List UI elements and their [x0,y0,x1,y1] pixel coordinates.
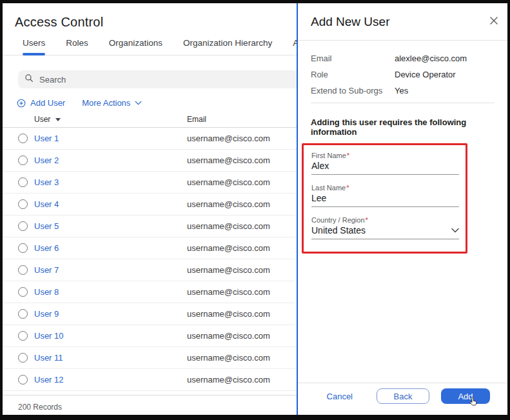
email-cell: username@cisco.com [187,221,297,231]
tab-organization-hierarchy[interactable]: Organization Hierarchy [183,38,272,55]
email-cell: username@cisco.com [187,265,297,275]
column-header-user[interactable]: User [34,115,187,124]
table-row: User 11 username@cisco.com [3,347,297,369]
tab-ap[interactable]: AP [293,38,297,55]
user-link[interactable]: User 10 [34,331,187,341]
table-row: User 8 username@cisco.com [3,281,297,303]
table-row: User 6 username@cisco.com [3,237,297,259]
table-row: User 2 username@cisco.com [3,150,297,172]
column-header-email: Email [187,115,297,124]
user-link[interactable]: User 4 [34,199,187,209]
highlighted-form-area: First Name* Last Name* C [302,143,467,254]
country-region-select[interactable]: United States [311,224,459,239]
tab-roles[interactable]: Roles [66,38,88,55]
country-region-value: United States [311,225,366,235]
table-row: User 4 username@cisco.com [3,194,297,215]
email-cell: username@cisco.com [187,353,297,363]
row-radio[interactable] [18,331,28,341]
app-window: Access Control Users Roles Organizations… [3,3,507,415]
summary-value: Yes [395,86,408,95]
user-link[interactable]: User 8 [34,287,187,297]
row-radio[interactable] [18,199,28,209]
country-region-label: Country / Region* [311,216,458,224]
row-radio[interactable] [18,221,28,231]
dialog-footer: Cancel Back Add [298,383,507,415]
first-name-input[interactable] [311,161,459,171]
dialog-title: Add New User [311,14,390,30]
records-count: 200 Records [3,395,297,412]
user-link[interactable]: User 11 [34,353,187,363]
summary-row-email: Email alexlee@cisco.com [311,54,495,63]
table-row: User 5 username@cisco.com [3,215,297,237]
hand-cursor-icon [468,397,478,407]
search-input[interactable] [39,75,290,85]
dialog-body: Email alexlee@cisco.com Role Device Oper… [298,41,507,383]
table-row: User 10 username@cisco.com [3,325,297,347]
row-radio[interactable] [18,309,28,319]
email-cell: username@cisco.com [187,375,297,385]
user-link[interactable]: User 1 [34,134,187,143]
email-cell: username@cisco.com [187,309,297,319]
divider [311,103,495,103]
tab-organizations[interactable]: Organizations [109,38,162,55]
summary-label: Extend to Sub-orgs [311,86,395,95]
more-actions-button[interactable]: More Actions [82,98,142,108]
table-header: User Email [3,111,297,128]
summary-label: Email [311,54,395,63]
add-user-label: Add User [30,98,65,108]
back-button[interactable]: Back [377,388,429,404]
user-link[interactable]: User 5 [34,221,187,231]
section-heading: Adding this user requires the following … [311,117,495,137]
access-control-panel: Access Control Users Roles Organizations… [3,3,297,415]
cancel-button[interactable]: Cancel [327,388,353,404]
last-name-input[interactable] [311,193,459,203]
email-cell: username@cisco.com [187,155,297,165]
summary-row-extend-suborgs: Extend to Sub-orgs Yes [311,86,495,95]
email-cell: username@cisco.com [187,177,297,187]
email-cell: username@cisco.com [187,243,297,253]
add-user-button[interactable]: Add User [17,98,65,108]
search-icon [25,74,34,85]
row-radio[interactable] [18,134,28,143]
dialog-header: Add New User [298,3,507,41]
search-bar[interactable] [18,70,297,88]
row-radio[interactable] [18,265,28,275]
row-radio[interactable] [18,375,28,385]
user-link[interactable]: User 9 [34,309,187,319]
user-table: User 1 username@cisco.com User 2 usernam… [3,128,297,391]
summary-value: alexlee@cisco.com [395,54,467,63]
tab-bar: Users Roles Organizations Organization H… [3,38,297,55]
table-row: User 3 username@cisco.com [3,172,297,194]
row-radio[interactable] [18,177,28,187]
table-row: User 7 username@cisco.com [3,259,297,281]
more-actions-label: More Actions [82,98,130,108]
sort-caret-icon [55,118,61,121]
summary-label: Role [311,70,395,79]
email-cell: username@cisco.com [187,331,297,341]
first-name-field: First Name* [311,152,458,175]
add-new-user-dialog: Add New User Email alexlee@cisco.com Rol… [297,3,507,415]
chevron-down-icon [451,228,459,233]
row-radio[interactable] [18,287,28,297]
tab-users[interactable]: Users [23,38,45,55]
add-button[interactable]: Add [441,388,490,404]
chevron-down-icon [135,101,142,105]
user-link[interactable]: User 2 [34,155,187,165]
row-radio[interactable] [18,243,28,253]
row-radio[interactable] [18,353,28,363]
actions-row: Add User More Actions [17,98,297,108]
summary-value: Device Operator [395,70,456,79]
email-cell: username@cisco.com [187,199,297,209]
user-link[interactable]: User 7 [34,265,187,275]
required-asterisk: * [346,184,349,192]
close-icon[interactable] [489,16,498,25]
user-link[interactable]: User 6 [34,243,187,253]
row-radio[interactable] [18,155,28,165]
last-name-label: Last Name* [311,184,458,192]
email-cell: username@cisco.com [187,287,297,297]
user-link[interactable]: User 3 [34,177,187,187]
user-link[interactable]: User 12 [34,375,187,385]
required-asterisk: * [366,216,368,224]
required-asterisk: * [347,152,349,159]
summary-row-role: Role Device Operator [311,70,495,79]
